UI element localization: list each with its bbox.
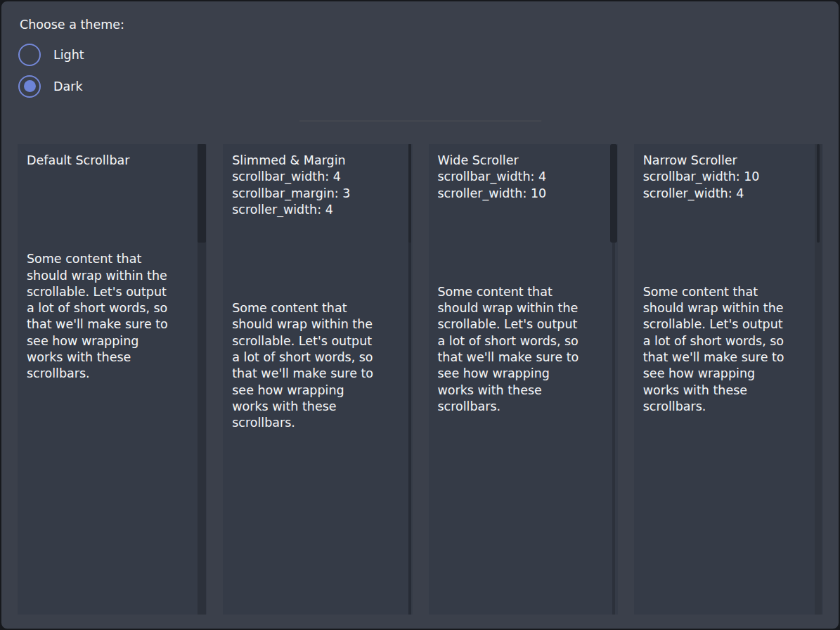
- radio-selected-icon[interactable]: [18, 75, 41, 98]
- radio-label-dark: Dark: [53, 79, 83, 94]
- panel-header: Narrow Scroller scrollbar_width: 10 scro…: [643, 153, 802, 202]
- scrollbar-thumb[interactable]: [408, 144, 411, 243]
- theme-chooser: Choose a theme: Light Dark: [20, 17, 124, 102]
- scrollbar-thumb[interactable]: [817, 144, 820, 243]
- radio-label-light: Light: [53, 48, 84, 62]
- panel-body-text: Some content that should wrap within the…: [232, 300, 391, 431]
- radio-unselected-icon[interactable]: [18, 44, 41, 66]
- scroll-panel-default[interactable]: Default Scrollbar Some content that shou…: [18, 144, 207, 615]
- theme-chooser-label: Choose a theme:: [20, 17, 124, 33]
- scrollbar-thumb[interactable]: [198, 144, 206, 243]
- panel-title: Slimmed & Margin: [232, 153, 391, 169]
- panel-title: Wide Scroller: [438, 153, 597, 169]
- app-window: Choose a theme: Light Dark Default Scrol…: [0, 0, 840, 630]
- panel-header: Slimmed & Margin scrollbar_width: 4 scro…: [232, 153, 391, 218]
- panel-body-text: Some content that should wrap within the…: [438, 284, 597, 415]
- scrollbar-thumb[interactable]: [610, 144, 617, 243]
- scroll-panel-narrow-scroller[interactable]: Narrow Scroller scrollbar_width: 10 scro…: [634, 144, 823, 615]
- panels-row: Default Scrollbar Some content that shou…: [18, 144, 823, 615]
- radio-option-light[interactable]: Light: [18, 39, 124, 70]
- panel-title: Default Scrollbar: [27, 153, 186, 169]
- radio-option-dark[interactable]: Dark: [18, 70, 124, 102]
- panel-header: Default Scrollbar: [27, 153, 186, 169]
- panel-title: Narrow Scroller: [643, 153, 802, 169]
- scroll-panel-slimmed-margin[interactable]: Slimmed & Margin scrollbar_width: 4 scro…: [223, 144, 412, 615]
- panel-header: Wide Scroller scrollbar_width: 4 scrolle…: [438, 153, 597, 202]
- panel-params: scrollbar_width: 4 scrollbar_margin: 3 s…: [232, 169, 391, 218]
- panel-params: scrollbar_width: 4 scroller_width: 10: [438, 169, 597, 202]
- scroll-panel-wide-scroller[interactable]: Wide Scroller scrollbar_width: 4 scrolle…: [429, 144, 618, 615]
- panel-body-text: Some content that should wrap within the…: [27, 251, 186, 382]
- panel-params: scrollbar_width: 10 scroller_width: 4: [643, 169, 802, 202]
- horizontal-divider: [299, 120, 541, 122]
- theme-radio-group: Light Dark: [18, 39, 124, 102]
- panel-body-text: Some content that should wrap within the…: [643, 284, 802, 415]
